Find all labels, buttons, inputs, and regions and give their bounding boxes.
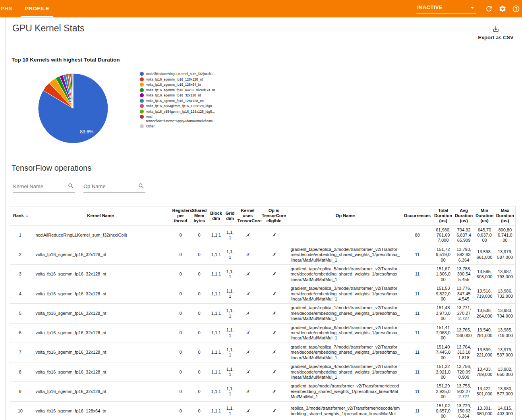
cell-op: gradient_tape/replica_3/model/transforme… [289,284,402,304]
cell-max: 13,985,719,000 [495,323,516,343]
cell-min: 13,301,680,000 [474,401,495,420]
column-header-op-name[interactable]: Op Name [289,206,402,226]
table-row[interactable]: 10volta_fp16_sgemm_fp16_128x64_tn001,1,1… [10,401,516,420]
cell-rank: 7 [10,343,30,362]
cell-avg: 13,788,300,545.455 [454,265,474,284]
cell-max: 13,986,732,000 [495,284,516,304]
table-row[interactable]: 7volta_fp16_sgemm_fp16_32x128_nt001,1,11… [10,343,516,362]
cell-min: 13,539,221,000 [474,343,495,362]
cell-uses-tc: ✗ [236,382,259,401]
column-header-kernel-name[interactable]: Kernel Name [30,206,171,226]
cell-shared-mem: 0 [190,362,209,382]
cell-shared-mem: 0 [190,265,209,284]
cell-uses-tc: ✗ [236,401,259,420]
column-header-registers[interactable]: Registers per thread [171,206,190,226]
table-row[interactable]: 5volta_fp16_sgemm_fp16_32x128_nt001,1,11… [10,304,516,323]
cell-rank: 10 [10,401,30,420]
cell-grid-dim: 1,1,1 [224,323,236,343]
cell-registers: 0 [171,343,190,362]
kernel-name-filter [13,182,75,193]
cell-registers: 0 [171,225,190,245]
cell-uses-tc: ✗ [236,265,259,284]
table-row[interactable]: 2volta_fp16_sgemm_fp16_32x128_nt001,1,11… [10,245,516,264]
cell-tc-eligible: ✗ [259,265,289,284]
cell-rank: 9 [10,382,30,401]
cell-total: 61,980,761,697,000 [433,225,454,245]
kernel-name-filter-input[interactable] [13,182,75,193]
search-icon [138,183,145,189]
cell-grid-dim: 1,1,1 [224,343,236,362]
op-name-filter-input[interactable] [83,182,145,193]
column-header-tc-eligible[interactable]: Op is TensorCore eligible [259,206,289,226]
cell-max: 14,015,403,000 [495,401,516,420]
tab-profile-label: PROFILE [25,6,49,12]
cell-total: 151,020,657,000 [433,401,454,420]
cell-tc-eligible: ✗ [259,245,289,264]
cell-min: 645,700,637,000 [474,225,495,245]
cell-avg: 13,756,720,090.909 [454,362,474,382]
legend-item: volta_fp16_s884gemm_fp16_128x128_ldg8… [140,104,225,108]
column-header-rank[interactable]: Rank▲ [10,206,30,226]
cell-total: 151,407,445,000 [433,343,454,362]
cell-tc-eligible: ✗ [259,284,289,304]
cell-grid-dim: 1,1,1 [224,265,236,284]
pie-chart[interactable]: 83.6% [37,73,109,144]
cell-block-dim: 1,1,1 [209,362,224,382]
cell-avg: 13,729,150,636.364 [454,401,474,420]
cell-tc-eligible: ✗ [259,401,289,420]
cell-max: 13,983,704,000 [495,304,516,323]
download-icon [492,25,499,33]
column-header-avg-duration[interactable]: Avg Duration (us) [454,206,474,226]
column-header-shared-mem[interactable]: Shared Mem bytes [190,206,209,226]
cell-grid-dim: 1,1,1 [224,304,236,323]
cell-occurrences: 11 [402,265,433,284]
cell-uses-tc: ✗ [236,362,259,382]
help-button[interactable] [512,4,520,13]
legend-swatch [140,88,144,92]
sort-ascending-icon: ▲ [25,214,29,218]
cell-registers: 0 [171,382,190,401]
cell-op: gradient_tape/replica_1/model/transforme… [289,304,402,323]
cell-registers: 0 [171,304,190,323]
tab-profile[interactable]: PROFILE [21,0,53,17]
cell-tc-eligible: ✗ [259,323,289,343]
run-selector-dropdown[interactable]: INACTIVE [416,4,476,14]
table-row[interactable]: 9volta_fp16_sgemm_fp16_32x128_nt001,1,11… [10,382,516,401]
cell-avg: 13,771,270,272.727 [454,304,474,323]
table-row[interactable]: 3volta_fp16_sgemm_fp16_32x128_nt001,1,11… [10,265,516,284]
column-header-occurrences[interactable]: Occurrences [402,206,433,226]
tab-graphs[interactable]: PHS [0,0,12,17]
settings-button[interactable] [498,4,507,13]
cell-shared-mem: 0 [190,343,209,362]
cell-min: 13,422,501,000 [474,382,495,401]
content-left-border [5,17,6,420]
topbar: PHS PROFILE INACTIVE [0,0,522,17]
cell-op: gradient_tape/model/transformer_v2/Trans… [289,382,402,401]
column-header-max-duration[interactable]: Max Duration (us) [495,206,516,226]
column-header-total-duration[interactable]: Total Duration (us) [433,206,454,226]
legend-item: volta_fp16_sgemm_fp16_128x64_tn [140,83,225,87]
table-row[interactable]: 6volta_fp16_sgemm_fp16_32x128_nt001,1,11… [10,323,516,343]
legend-label: volta_fp16_sgemm_fp16_128x128_nn [146,99,204,103]
cell-rank: 3 [10,265,30,284]
refresh-button[interactable] [485,4,493,13]
table-row[interactable]: 8volta_fp16_sgemm_fp16_32x128_nt001,1,11… [10,362,516,382]
table-row[interactable]: 4volta_fp16_sgemm_fp16_32x128_nt001,1,11… [10,284,516,304]
legend-label: volta_fp16_sgemm_fp16_128x128_nt [146,77,203,82]
legend-item: volta_fp16_sgemm_fp16_128x128_nn [140,99,225,103]
gear-icon [499,5,507,13]
column-header-block-dim[interactable]: Block dim [209,206,224,226]
cell-total: 151,671,306,000 [433,265,454,284]
cell-max: 13,979,537,000 [495,343,516,362]
column-header-grid-dim[interactable]: Grid dim [224,206,236,226]
cell-min: 13,540,281,000 [474,323,495,343]
column-header-uses-tensorcore[interactable]: Kernel uses TensorCore [236,206,259,226]
table-row[interactable]: 1ncclAllReduceRingLLKernel_sum_f32(ncclC… [10,225,516,245]
cell-grid-dim: 1,1,1 [224,225,236,245]
cell-avg: 13,753,902,272.727 [454,382,474,401]
help-icon [512,5,520,13]
legend-item: volta_fp16_sgemm_fp16_128x128_nt [140,77,225,82]
export-csv-button[interactable]: Export as CSV [476,25,515,40]
legend-label: volta_fp16_sgemm_fp16_128x64_tn [146,83,201,87]
column-header-min-duration[interactable]: Min Duration (us) [474,206,495,226]
